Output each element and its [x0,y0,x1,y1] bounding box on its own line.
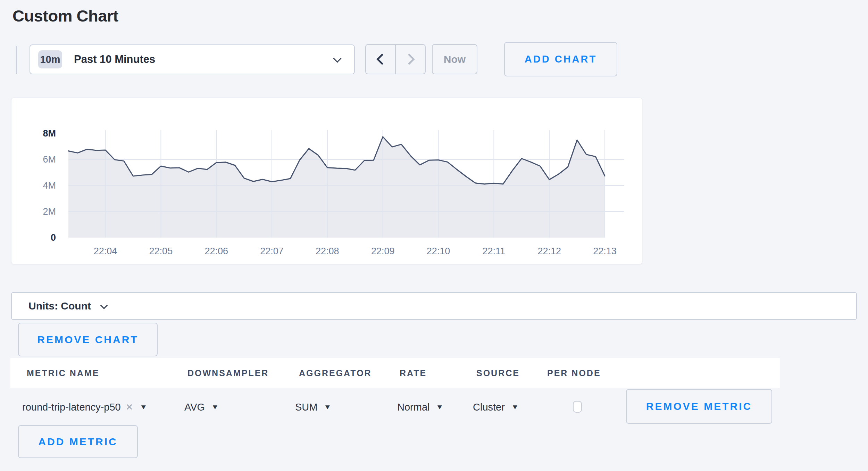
svg-text:2M: 2M [43,206,56,217]
svg-text:22:07: 22:07 [260,246,284,256]
metric-chart-card[interactable]: 22:0422:0522:0622:0722:0822:0922:1022:11… [11,98,642,264]
svg-text:22:09: 22:09 [371,246,395,256]
caret-down-icon: ▼ [211,403,219,411]
svg-text:22:06: 22:06 [205,246,228,256]
aggregator-value: SUM [295,402,317,413]
chevron-down-icon [100,301,108,309]
rate-select[interactable]: Normal ▼ [397,388,443,426]
caret-down-icon: ▼ [140,403,147,411]
aggregator-select[interactable]: SUM ▼ [295,388,331,426]
add-chart-button[interactable]: ADD CHART [504,42,617,76]
next-range-button[interactable] [396,45,425,74]
downsampler-select[interactable]: AVG ▼ [184,388,218,426]
add-metric-button[interactable]: ADD METRIC [18,425,138,458]
metrics-table-header: METRIC NAME DOWNSAMPLER AGGREGATOR RATE … [10,358,780,388]
remove-metric-button[interactable]: REMOVE METRIC [626,389,772,424]
time-range-badge: 10m [38,50,62,68]
now-button[interactable]: Now [432,44,477,74]
column-header-metric-name: METRIC NAME [27,358,99,388]
chevron-right-icon [403,53,415,65]
column-header-source: SOURCE [476,358,520,388]
svg-text:8M: 8M [43,128,56,139]
column-header-downsampler: DOWNSAMPLER [187,358,269,388]
svg-text:22:11: 22:11 [483,246,506,256]
time-range-label: Past 10 Minutes [74,53,334,66]
toolbar-left-divider [16,46,17,74]
clear-metric-icon[interactable]: ✕ [126,402,133,413]
chevron-left-icon [376,53,388,65]
area-chart: 22:0422:0522:0622:0722:0822:0922:1022:11… [11,98,642,264]
source-select[interactable]: Cluster ▼ [473,388,518,426]
column-header-aggregator: AGGREGATOR [299,358,372,388]
svg-text:22:13: 22:13 [593,246,617,256]
svg-text:22:08: 22:08 [316,246,339,256]
metric-name-value: round-trip-latency-p50 [22,402,121,413]
metric-name-select[interactable]: round-trip-latency-p50 ✕ ▼ [22,388,147,426]
caret-down-icon: ▼ [436,403,444,411]
per-node-checkbox[interactable] [573,401,582,413]
time-nav-group [365,44,426,74]
source-value: Cluster [473,402,505,413]
column-header-per-node: PER NODE [547,358,601,388]
svg-text:6M: 6M [43,154,56,165]
svg-text:22:12: 22:12 [537,246,561,256]
svg-text:22:10: 22:10 [427,246,450,256]
svg-text:22:05: 22:05 [149,246,173,256]
svg-text:22:04: 22:04 [94,246,117,256]
time-range-dropdown[interactable]: 10m Past 10 Minutes [30,44,355,74]
caret-down-icon: ▼ [324,403,332,411]
units-label: Units: Count [28,300,91,312]
downsampler-value: AVG [184,402,205,413]
page-title: Custom Chart [12,6,118,25]
chevron-down-icon [333,54,341,63]
svg-text:0: 0 [51,232,56,243]
table-row: round-trip-latency-p50 ✕ ▼ AVG ▼ SUM ▼ N… [10,388,780,426]
remove-chart-button[interactable]: REMOVE CHART [18,323,158,356]
prev-range-button[interactable] [366,45,396,74]
units-dropdown[interactable]: Units: Count [11,292,857,320]
column-header-rate: RATE [400,358,427,388]
rate-value: Normal [397,402,429,413]
caret-down-icon: ▼ [511,403,519,411]
svg-text:4M: 4M [43,180,56,191]
